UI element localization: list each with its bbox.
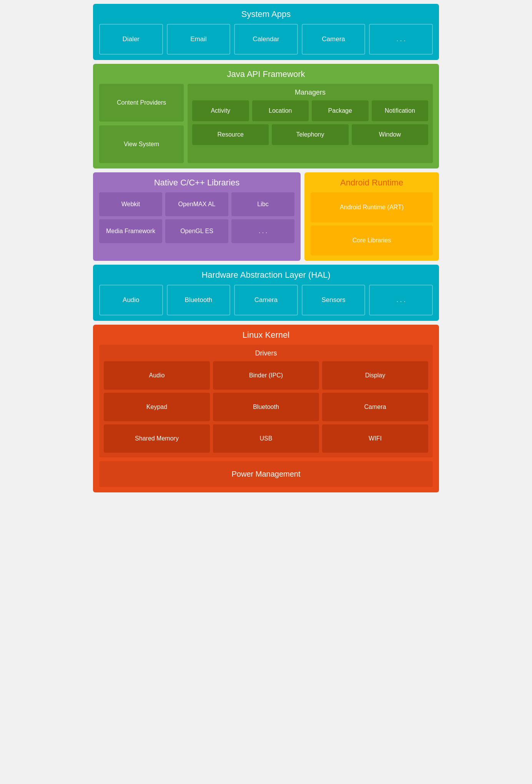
manager-location: Location [252,100,309,121]
manager-telephony: Telephony [272,124,348,145]
drivers-row-2: Keypad Bluetooth Camera [104,393,428,421]
driver-audio: Audio [104,361,210,390]
linux-kernel-title: Linux Kernel [99,330,433,340]
system-app-calendar: Calendar [234,24,298,55]
view-system-box: View System [99,125,184,163]
drivers-title: Drivers [104,349,428,357]
native-libc: Libc [231,192,294,216]
native-libs-title: Native C/C++ Libraries [99,178,294,188]
native-row-1: Webkit OpenMAX AL Libc [99,192,294,216]
system-apps-title: System Apps [99,9,433,19]
driver-display: Display [322,361,428,390]
runtime-items: Android Runtime (ART) Core Libraries [311,192,433,255]
driver-bluetooth: Bluetooth [213,393,319,421]
java-api-layer: Java API Framework Content Providers Vie… [93,64,439,168]
system-apps-layer: System Apps Dialer Email Calendar Camera… [93,4,439,60]
android-architecture-diagram: System Apps Dialer Email Calendar Camera… [93,4,439,492]
native-openmax: OpenMAX AL [165,192,228,216]
hal-audio: Audio [99,285,163,315]
hal-items: Audio Bluetooth Camera Sensors . . . [99,285,433,315]
manager-package: Package [312,100,369,121]
manager-notification: Notification [372,100,429,121]
native-grid: Webkit OpenMAX AL Libc Media Framework O… [99,192,294,243]
drivers-grid: Audio Binder (IPC) Display Keypad Blueto… [104,361,428,453]
driver-binder: Binder (IPC) [213,361,319,390]
system-app-camera: Camera [302,24,366,55]
hal-more: . . . [369,285,433,315]
system-apps-items: Dialer Email Calendar Camera . . . [99,24,433,55]
content-providers-box: Content Providers [99,84,184,122]
drivers-row-3: Shared Memory USB WIFI [104,424,428,453]
native-libs-layer: Native C/C++ Libraries Webkit OpenMAX AL… [93,172,301,261]
managers-row-2: Resource Telephony Window [192,124,428,145]
manager-resource: Resource [192,124,269,145]
runtime-core-libs: Core Libraries [311,225,433,255]
native-more: . . . [231,219,294,243]
power-management-box: Power Management [99,461,433,487]
native-runtime-row: Native C/C++ Libraries Webkit OpenMAX AL… [93,172,439,261]
driver-camera: Camera [322,393,428,421]
native-row-2: Media Framework OpenGL ES . . . [99,219,294,243]
hal-layer: Hardware Abstraction Layer (HAL) Audio B… [93,265,439,321]
hal-bluetooth: Bluetooth [167,285,231,315]
hal-sensors: Sensors [302,285,366,315]
driver-usb: USB [213,424,319,453]
drivers-row-1: Audio Binder (IPC) Display [104,361,428,390]
manager-window: Window [352,124,428,145]
managers-title: Managers [192,88,428,97]
manager-activity: Activity [192,100,249,121]
driver-keypad: Keypad [104,393,210,421]
system-app-more: . . . [369,24,433,55]
java-api-inner: Content Providers View System Managers A… [99,84,433,163]
linux-kernel-layer: Linux Kernel Drivers Audio Binder (IPC) … [93,325,439,492]
managers-col: Managers Activity Location Package Notif… [188,84,433,163]
managers-row-1: Activity Location Package Notification [192,100,428,121]
driver-wifi: WIFI [322,424,428,453]
hal-title: Hardware Abstraction Layer (HAL) [99,270,433,280]
java-api-left: Content Providers View System [99,84,184,163]
system-app-dialer: Dialer [99,24,163,55]
hal-camera: Camera [234,285,298,315]
java-api-title: Java API Framework [99,69,433,79]
native-opengl: OpenGL ES [165,219,228,243]
native-media-framework: Media Framework [99,219,162,243]
android-runtime-title: Android Runtime [311,178,433,188]
driver-shared-memory: Shared Memory [104,424,210,453]
managers-grid: Activity Location Package Notification R… [192,100,428,145]
android-runtime-layer: Android Runtime Android Runtime (ART) Co… [304,172,439,261]
runtime-art: Android Runtime (ART) [311,192,433,222]
native-webkit: Webkit [99,192,162,216]
drivers-section: Drivers Audio Binder (IPC) Display Keypa… [99,345,433,457]
system-app-email: Email [167,24,231,55]
